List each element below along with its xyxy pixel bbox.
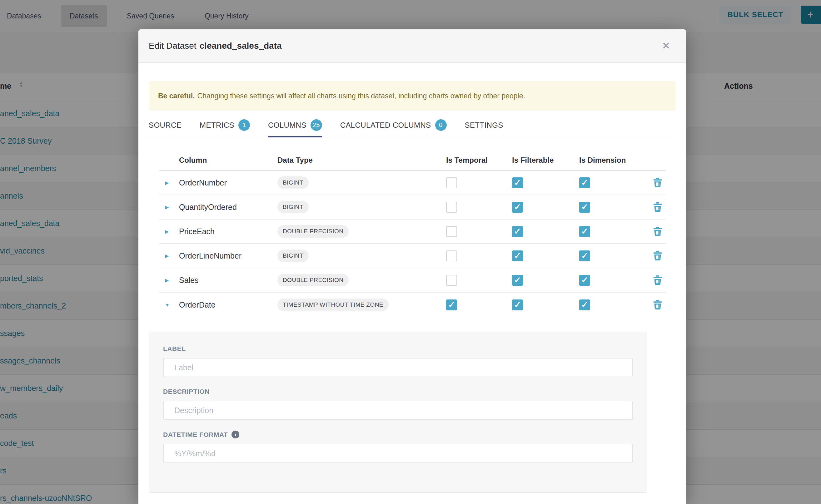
expand-caret-icon[interactable]: ▶ <box>165 204 179 210</box>
close-icon[interactable]: ✕ <box>660 40 672 52</box>
tab-label: METRICS <box>200 121 234 130</box>
column-type-pill: DOUBLE PRECISION <box>277 274 349 286</box>
edit-dataset-modal: Edit Datasetcleaned_sales_data ✕ Be care… <box>138 29 686 504</box>
info-icon[interactable]: i <box>231 431 239 438</box>
is-filterable-checkbox[interactable]: ✓ <box>512 202 523 213</box>
is-filterable-checkbox[interactable]: ✓ <box>512 177 523 188</box>
table-row: ▼ OrderDate TIMESTAMP WITHOUT TIME ZONE … <box>159 293 666 317</box>
modal-title-dataset-name: cleaned_sales_data <box>200 41 282 51</box>
datetime-format-input[interactable] <box>163 444 633 463</box>
columns-table: Column Data Type Is Temporal Is Filterab… <box>159 150 666 317</box>
is-dimension-checkbox[interactable]: ✓ <box>579 202 590 213</box>
modal-header: Edit Datasetcleaned_sales_data ✕ <box>138 29 686 63</box>
column-type-pill: BIGINT <box>277 201 309 213</box>
is-dimension-checkbox[interactable]: ✓ <box>579 226 590 237</box>
is-temporal-checkbox[interactable] <box>446 250 457 261</box>
warning-banner: Be careful. Changing these settings will… <box>149 81 675 111</box>
label-field-label: LABEL <box>163 345 633 353</box>
expand-caret-icon[interactable]: ▶ <box>165 253 179 259</box>
is-filterable-checkbox[interactable]: ✓ <box>512 250 523 261</box>
modal-title-prefix: Edit Dataset <box>149 41 196 51</box>
header-is-filterable: Is Filterable <box>512 156 579 165</box>
is-temporal-checkbox[interactable] <box>446 202 457 213</box>
tab-badge: 1 <box>238 119 250 131</box>
modal-tabs: SOURCE METRICS 1 COLUMNS 25 CALCULATED C… <box>149 119 675 137</box>
column-name: Sales <box>179 276 277 285</box>
tab-badge: 0 <box>435 119 447 131</box>
is-filterable-checkbox[interactable]: ✓ <box>512 275 523 286</box>
tab-calculated-columns[interactable]: CALCULATED COLUMNS 0 <box>340 119 447 137</box>
tab-label: SOURCE <box>149 121 181 130</box>
warning-text: Changing these settings will affect all … <box>197 92 525 100</box>
is-dimension-checkbox[interactable]: ✓ <box>579 177 590 188</box>
column-type-pill: BIGINT <box>277 176 309 189</box>
column-name: OrderLineNumber <box>179 251 277 260</box>
warning-bold: Be careful. <box>158 92 195 100</box>
delete-icon[interactable] <box>653 275 662 285</box>
is-dimension-checkbox[interactable]: ✓ <box>579 250 590 261</box>
header-column: Column <box>179 156 277 165</box>
delete-icon[interactable] <box>653 178 662 188</box>
table-row: ▶ OrderLineNumber BIGINT ✓ ✓ <box>159 244 666 268</box>
column-type-pill: BIGINT <box>277 250 309 262</box>
header-is-dimension: Is Dimension <box>579 156 649 165</box>
expand-caret-icon[interactable]: ▶ <box>165 229 179 235</box>
table-row: ▶ Sales DOUBLE PRECISION ✓ ✓ <box>159 268 666 293</box>
delete-icon[interactable] <box>653 202 662 212</box>
expand-caret-icon[interactable]: ▶ <box>165 180 179 186</box>
description-field-label: DESCRIPTION <box>163 388 633 395</box>
is-dimension-checkbox[interactable]: ✓ <box>579 299 590 310</box>
tab-settings[interactable]: SETTINGS <box>465 119 503 137</box>
column-detail-panel: LABEL DESCRIPTION DATETIME FORMAT i <box>149 332 647 493</box>
tab-source[interactable]: SOURCE <box>149 119 181 137</box>
modal-title: Edit Datasetcleaned_sales_data <box>149 41 282 51</box>
is-temporal-checkbox[interactable] <box>446 226 457 237</box>
tab-metrics[interactable]: METRICS 1 <box>200 119 250 137</box>
columns-rows: ▶ OrderNumber BIGINT ✓ ✓ ▶ QuantityOrder… <box>159 171 666 317</box>
label-input[interactable] <box>163 358 633 377</box>
column-name: OrderNumber <box>179 178 277 187</box>
datetime-format-field: DATETIME FORMAT i <box>163 431 633 463</box>
tab-label: COLUMNS <box>268 121 306 130</box>
table-row: ▶ PriceEach DOUBLE PRECISION ✓ ✓ <box>159 220 666 244</box>
delete-icon[interactable] <box>653 300 662 310</box>
description-input[interactable] <box>163 401 633 420</box>
delete-icon[interactable] <box>653 227 662 236</box>
label-field: LABEL <box>163 345 633 377</box>
expand-caret-icon[interactable]: ▶ <box>165 277 179 283</box>
table-row: ▶ OrderNumber BIGINT ✓ ✓ <box>159 171 666 195</box>
is-temporal-checkbox[interactable] <box>446 275 457 286</box>
column-type-pill: TIMESTAMP WITHOUT TIME ZONE <box>277 299 388 311</box>
column-type-pill: DOUBLE PRECISION <box>277 225 349 238</box>
tab-columns[interactable]: COLUMNS 25 <box>268 119 322 137</box>
is-filterable-checkbox[interactable]: ✓ <box>512 226 523 237</box>
is-filterable-checkbox[interactable]: ✓ <box>512 299 523 310</box>
tab-label: CALCULATED COLUMNS <box>340 121 431 130</box>
header-data-type: Data Type <box>277 156 446 165</box>
column-name: QuantityOrdered <box>179 203 277 212</box>
column-name: OrderDate <box>179 300 277 309</box>
description-field: DESCRIPTION <box>163 388 633 420</box>
expand-caret-icon[interactable]: ▼ <box>165 302 179 308</box>
column-name: PriceEach <box>179 227 277 236</box>
is-temporal-checkbox[interactable] <box>446 177 457 188</box>
header-is-temporal: Is Temporal <box>446 156 512 165</box>
datetime-format-label: DATETIME FORMAT <box>163 431 228 438</box>
is-temporal-checkbox[interactable]: ✓ <box>446 299 457 310</box>
columns-table-header: Column Data Type Is Temporal Is Filterab… <box>159 150 666 171</box>
tab-badge: 25 <box>310 119 322 131</box>
tab-label: SETTINGS <box>465 121 503 130</box>
delete-icon[interactable] <box>653 251 662 261</box>
is-dimension-checkbox[interactable]: ✓ <box>579 275 590 286</box>
table-row: ▶ QuantityOrdered BIGINT ✓ ✓ <box>159 195 666 220</box>
